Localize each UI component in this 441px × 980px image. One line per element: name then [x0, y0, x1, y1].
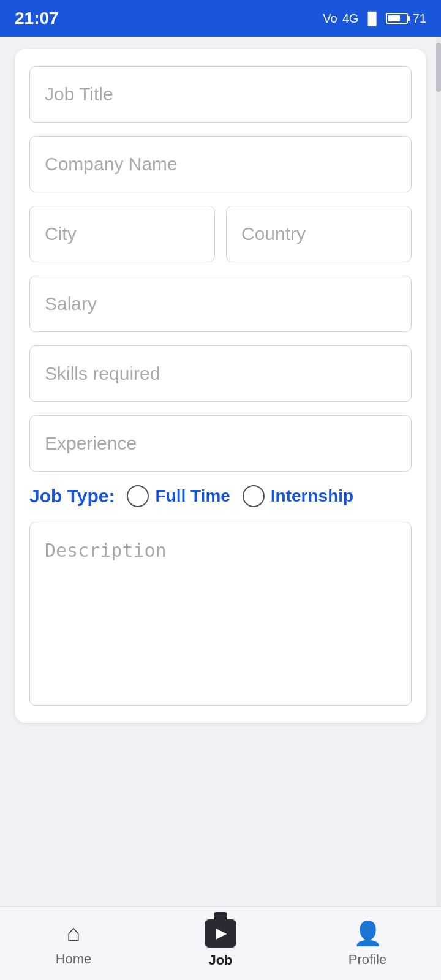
- nav-home[interactable]: ⌂ Home: [0, 920, 147, 967]
- job-title-input[interactable]: [29, 66, 412, 123]
- full-time-option[interactable]: Full Time: [127, 485, 230, 507]
- scrollbar-track[interactable]: [436, 37, 441, 907]
- company-name-input[interactable]: [29, 136, 412, 192]
- scrollbar-thumb[interactable]: [436, 43, 441, 92]
- status-icons: Vo 4G ▐▌ 71: [323, 12, 426, 26]
- profile-label: Profile: [349, 952, 386, 968]
- experience-input[interactable]: [29, 415, 412, 472]
- status-time: 21:07: [15, 9, 59, 28]
- home-icon: ⌂: [67, 920, 81, 946]
- job-label: Job: [208, 952, 232, 968]
- status-bar: 21:07 Vo 4G ▐▌ 71: [0, 0, 441, 37]
- form-card: Job Type: Full Time Internship: [15, 49, 426, 723]
- nav-job[interactable]: ▶ Job: [147, 919, 294, 968]
- main-content: Job Type: Full Time Internship: [0, 37, 441, 735]
- profile-icon: 👤: [353, 920, 382, 947]
- internship-radio[interactable]: [243, 485, 265, 507]
- country-input[interactable]: [226, 206, 412, 262]
- battery-percent: 71: [413, 12, 426, 26]
- city-input[interactable]: [29, 206, 215, 262]
- job-icon: ▶: [205, 919, 236, 948]
- job-type-label: Job Type:: [29, 486, 115, 507]
- description-input[interactable]: [29, 522, 412, 706]
- internship-option[interactable]: Internship: [243, 485, 353, 507]
- battery-icon: [386, 13, 408, 24]
- network-icon: 4G: [342, 12, 359, 26]
- signal-bars-icon: ▐▌: [363, 12, 380, 26]
- city-country-row: [29, 206, 412, 262]
- home-label: Home: [56, 951, 92, 967]
- internship-label: Internship: [271, 486, 353, 506]
- salary-input[interactable]: [29, 276, 412, 332]
- full-time-radio[interactable]: [127, 485, 149, 507]
- nav-profile[interactable]: 👤 Profile: [294, 920, 441, 968]
- bottom-nav: ⌂ Home ▶ Job 👤 Profile: [0, 907, 441, 980]
- signal-icon: Vo: [323, 12, 337, 26]
- full-time-label: Full Time: [155, 486, 230, 506]
- job-type-row: Job Type: Full Time Internship: [29, 485, 412, 507]
- skills-input[interactable]: [29, 345, 412, 402]
